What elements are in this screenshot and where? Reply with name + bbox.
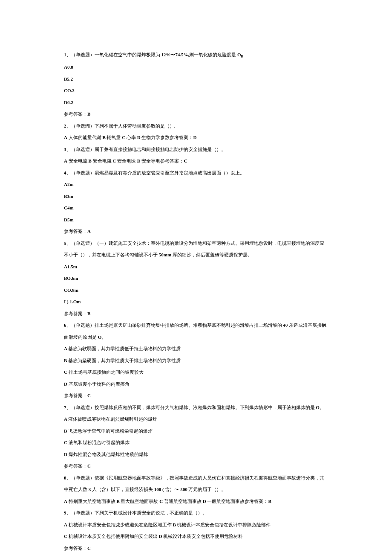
document-line: C 液氧和煤粉混合时引起的爆炸 [64,437,328,449]
document-line: 7、（单选遛）按照爆炸反应相的不同，爆炸可分为气相爆炸、液相爆炸和固相爆炸。下列… [64,402,328,414]
document-line: CO.8m [64,285,328,296]
document-line: 1、（单选题）一氧化碳在空气中的爆炸极限为 12%〜74.5%,则一氧化碳的危险… [64,49,328,61]
document-line: 参考答案：C [64,460,328,472]
document-line: Λ1.5m [64,261,328,273]
document-line: A 基底为软弱面，其力学性质低于持土场物料的力学性质 [64,343,328,355]
document-line: A 液体被喷成雾状物在剧烈燃烧时引起的爆炸 [64,413,328,425]
document-line: 3、（单选遛）属于兼有直接接触电击和间接接触电击防护的安全措施是（）。 [64,144,328,156]
document-line: 2、（单选蝴）下列不属于人体劳动强度参数的是（）. [64,120,328,132]
document-line: 9、（单选题）下列关于机械设计本质安全的说法，不正确的是（）。 [64,507,328,519]
document-line: 参考答案：Λ [64,226,328,238]
document-line: D6.2 [64,97,328,109]
document-line: D5m [64,214,328,226]
document-line: Λ0.8 [64,61,328,73]
document-line: A 安全电流 B 安全电阻 C 安全电医 D 安全导电参考答案：C [64,155,328,167]
document-line: A2m [64,179,328,191]
document-line: C 机械设计本质安全包括使用附加的安全装出 D 机械设计本质安全包括不使用危险材… [64,531,328,543]
document-line: 参考答案：B [64,308,328,320]
document-line: 4、（单选题）易燃易爆及有毒介质的放空管应引至室外指定地点或高出层面（）以上。 [64,167,328,179]
document-line: D 基底坡度小于物料的内摩擦角 [64,378,328,390]
document-line: 6、（单选题）排土场是露天矿山采砂排弃物集中排放的场所。堆积物基底不稳引起的滑坡… [64,320,328,343]
document-line: C 排土场与基底接触面之间的坡度较大 [64,366,328,378]
exam-document-page: 1、（单选题）一氧化碳在空气中的爆炸极限为 12%〜74.5%,则一氧化碳的危险… [0,0,392,555]
document-line: B3m [64,191,328,203]
document-line: Λ 人体的能量代谢 B 耗氧量 C 心率 D 生物力学参数参考答案：D [64,132,328,144]
document-line: 5、（单选遛）（一）建筑施工安全技术：室外电缆的敷设分为埋地和架空两种方式。采用… [64,238,328,261]
document-line: 参考答案：B [64,108,328,120]
document-line: 8、（单选题）依据《民用航空器地面事故等级》，按照事故造成的人员伤亡和直接经济损… [64,472,328,496]
document-line: CO.2 [64,85,328,97]
document-line: B5.2 [64,73,328,85]
document-line: Λ 特别重大航空地面事故 B 重大航空地面事故 C 普通航空地面事故 D 一般航… [64,496,328,508]
document-line: C4m [64,202,328,214]
document-line: B 飞扬悬浮于空气中的可燃粉尘引起的爆炸 [64,425,328,437]
document-line: 参考答案：C [64,390,328,402]
document-line: Λ 机械设计本质安全包括减少或避免在危险区域工作 B 机械设计本质安全包括在设计… [64,519,328,531]
document-line: 参考答案：C [64,543,328,555]
document-line: BO.6m [64,273,328,285]
document-line: I ) 1.Om [64,296,328,308]
document-line: D 爆炸性混合物及其他爆炸性物质的爆炸 [64,449,328,461]
document-line: B 基底为坚硬面，其力学性质大于排土场物料的力学性质 [64,355,328,367]
content-container: 1、（单选题）一氧化碳在空气中的爆炸极限为 12%〜74.5%,则一氧化碳的危险… [64,49,328,555]
